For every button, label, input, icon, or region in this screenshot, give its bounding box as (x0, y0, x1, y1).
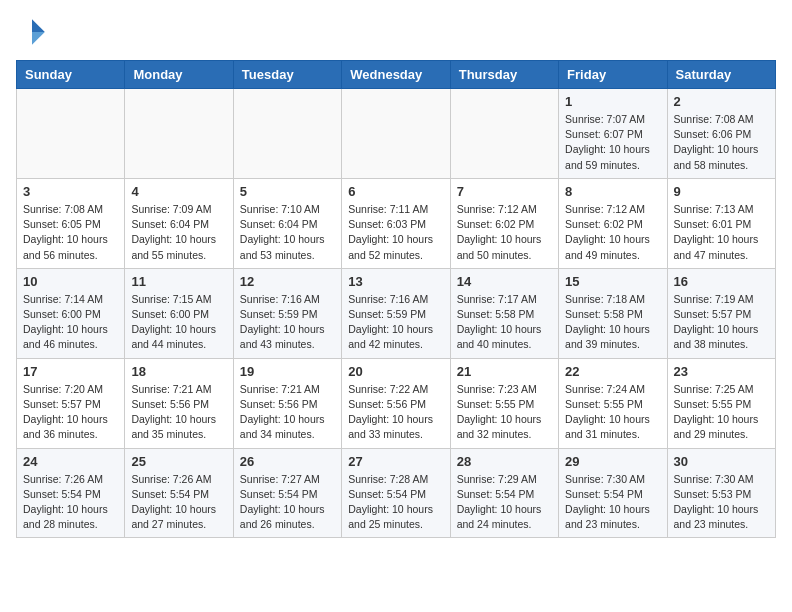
day-info: Sunrise: 7:16 AM Sunset: 5:59 PM Dayligh… (240, 292, 335, 353)
day-info: Sunrise: 7:08 AM Sunset: 6:05 PM Dayligh… (23, 202, 118, 263)
calendar-cell: 24Sunrise: 7:26 AM Sunset: 5:54 PM Dayli… (17, 448, 125, 538)
day-number: 25 (131, 454, 226, 469)
calendar-table: SundayMondayTuesdayWednesdayThursdayFrid… (16, 60, 776, 538)
weekday-header-sunday: Sunday (17, 61, 125, 89)
day-number: 16 (674, 274, 769, 289)
day-number: 4 (131, 184, 226, 199)
calendar-cell: 11Sunrise: 7:15 AM Sunset: 6:00 PM Dayli… (125, 268, 233, 358)
logo-icon (16, 16, 48, 48)
day-number: 28 (457, 454, 552, 469)
weekday-header-monday: Monday (125, 61, 233, 89)
calendar-cell: 9Sunrise: 7:13 AM Sunset: 6:01 PM Daylig… (667, 178, 775, 268)
svg-marker-1 (32, 32, 45, 45)
calendar-week-row: 17Sunrise: 7:20 AM Sunset: 5:57 PM Dayli… (17, 358, 776, 448)
day-number: 22 (565, 364, 660, 379)
calendar-cell: 23Sunrise: 7:25 AM Sunset: 5:55 PM Dayli… (667, 358, 775, 448)
calendar-cell (17, 89, 125, 179)
day-number: 11 (131, 274, 226, 289)
calendar-week-row: 3Sunrise: 7:08 AM Sunset: 6:05 PM Daylig… (17, 178, 776, 268)
calendar-cell: 3Sunrise: 7:08 AM Sunset: 6:05 PM Daylig… (17, 178, 125, 268)
calendar-cell: 4Sunrise: 7:09 AM Sunset: 6:04 PM Daylig… (125, 178, 233, 268)
calendar-cell (125, 89, 233, 179)
calendar-cell: 22Sunrise: 7:24 AM Sunset: 5:55 PM Dayli… (559, 358, 667, 448)
day-info: Sunrise: 7:24 AM Sunset: 5:55 PM Dayligh… (565, 382, 660, 443)
day-info: Sunrise: 7:11 AM Sunset: 6:03 PM Dayligh… (348, 202, 443, 263)
day-info: Sunrise: 7:13 AM Sunset: 6:01 PM Dayligh… (674, 202, 769, 263)
day-info: Sunrise: 7:27 AM Sunset: 5:54 PM Dayligh… (240, 472, 335, 533)
calendar-cell: 20Sunrise: 7:22 AM Sunset: 5:56 PM Dayli… (342, 358, 450, 448)
day-number: 20 (348, 364, 443, 379)
calendar-cell: 2Sunrise: 7:08 AM Sunset: 6:06 PM Daylig… (667, 89, 775, 179)
calendar-cell: 8Sunrise: 7:12 AM Sunset: 6:02 PM Daylig… (559, 178, 667, 268)
day-number: 5 (240, 184, 335, 199)
calendar-cell: 15Sunrise: 7:18 AM Sunset: 5:58 PM Dayli… (559, 268, 667, 358)
calendar-cell: 5Sunrise: 7:10 AM Sunset: 6:04 PM Daylig… (233, 178, 341, 268)
day-number: 13 (348, 274, 443, 289)
calendar-cell: 7Sunrise: 7:12 AM Sunset: 6:02 PM Daylig… (450, 178, 558, 268)
weekday-header-wednesday: Wednesday (342, 61, 450, 89)
calendar-cell: 17Sunrise: 7:20 AM Sunset: 5:57 PM Dayli… (17, 358, 125, 448)
day-info: Sunrise: 7:09 AM Sunset: 6:04 PM Dayligh… (131, 202, 226, 263)
calendar-cell: 29Sunrise: 7:30 AM Sunset: 5:54 PM Dayli… (559, 448, 667, 538)
day-info: Sunrise: 7:19 AM Sunset: 5:57 PM Dayligh… (674, 292, 769, 353)
weekday-header-tuesday: Tuesday (233, 61, 341, 89)
day-info: Sunrise: 7:23 AM Sunset: 5:55 PM Dayligh… (457, 382, 552, 443)
day-info: Sunrise: 7:10 AM Sunset: 6:04 PM Dayligh… (240, 202, 335, 263)
calendar-cell: 1Sunrise: 7:07 AM Sunset: 6:07 PM Daylig… (559, 89, 667, 179)
day-info: Sunrise: 7:18 AM Sunset: 5:58 PM Dayligh… (565, 292, 660, 353)
calendar-cell: 19Sunrise: 7:21 AM Sunset: 5:56 PM Dayli… (233, 358, 341, 448)
weekday-header-friday: Friday (559, 61, 667, 89)
day-info: Sunrise: 7:29 AM Sunset: 5:54 PM Dayligh… (457, 472, 552, 533)
day-info: Sunrise: 7:26 AM Sunset: 5:54 PM Dayligh… (23, 472, 118, 533)
calendar-cell: 25Sunrise: 7:26 AM Sunset: 5:54 PM Dayli… (125, 448, 233, 538)
calendar-week-row: 1Sunrise: 7:07 AM Sunset: 6:07 PM Daylig… (17, 89, 776, 179)
calendar-week-row: 10Sunrise: 7:14 AM Sunset: 6:00 PM Dayli… (17, 268, 776, 358)
day-number: 12 (240, 274, 335, 289)
day-info: Sunrise: 7:07 AM Sunset: 6:07 PM Dayligh… (565, 112, 660, 173)
day-number: 24 (23, 454, 118, 469)
day-number: 2 (674, 94, 769, 109)
calendar-cell: 13Sunrise: 7:16 AM Sunset: 5:59 PM Dayli… (342, 268, 450, 358)
calendar-cell (342, 89, 450, 179)
day-info: Sunrise: 7:15 AM Sunset: 6:00 PM Dayligh… (131, 292, 226, 353)
day-number: 10 (23, 274, 118, 289)
day-info: Sunrise: 7:14 AM Sunset: 6:00 PM Dayligh… (23, 292, 118, 353)
day-number: 15 (565, 274, 660, 289)
day-number: 19 (240, 364, 335, 379)
calendar-cell: 21Sunrise: 7:23 AM Sunset: 5:55 PM Dayli… (450, 358, 558, 448)
day-number: 30 (674, 454, 769, 469)
day-info: Sunrise: 7:12 AM Sunset: 6:02 PM Dayligh… (565, 202, 660, 263)
day-number: 27 (348, 454, 443, 469)
day-number: 9 (674, 184, 769, 199)
calendar-cell: 18Sunrise: 7:21 AM Sunset: 5:56 PM Dayli… (125, 358, 233, 448)
day-number: 14 (457, 274, 552, 289)
weekday-header-row: SundayMondayTuesdayWednesdayThursdayFrid… (17, 61, 776, 89)
day-info: Sunrise: 7:30 AM Sunset: 5:53 PM Dayligh… (674, 472, 769, 533)
day-number: 26 (240, 454, 335, 469)
calendar-cell: 10Sunrise: 7:14 AM Sunset: 6:00 PM Dayli… (17, 268, 125, 358)
day-info: Sunrise: 7:21 AM Sunset: 5:56 PM Dayligh… (240, 382, 335, 443)
day-number: 23 (674, 364, 769, 379)
calendar-cell (450, 89, 558, 179)
day-info: Sunrise: 7:22 AM Sunset: 5:56 PM Dayligh… (348, 382, 443, 443)
calendar-cell: 28Sunrise: 7:29 AM Sunset: 5:54 PM Dayli… (450, 448, 558, 538)
day-info: Sunrise: 7:20 AM Sunset: 5:57 PM Dayligh… (23, 382, 118, 443)
day-number: 17 (23, 364, 118, 379)
day-info: Sunrise: 7:26 AM Sunset: 5:54 PM Dayligh… (131, 472, 226, 533)
day-info: Sunrise: 7:28 AM Sunset: 5:54 PM Dayligh… (348, 472, 443, 533)
day-info: Sunrise: 7:12 AM Sunset: 6:02 PM Dayligh… (457, 202, 552, 263)
day-number: 7 (457, 184, 552, 199)
calendar-cell: 6Sunrise: 7:11 AM Sunset: 6:03 PM Daylig… (342, 178, 450, 268)
day-number: 3 (23, 184, 118, 199)
calendar-week-row: 24Sunrise: 7:26 AM Sunset: 5:54 PM Dayli… (17, 448, 776, 538)
calendar-cell: 27Sunrise: 7:28 AM Sunset: 5:54 PM Dayli… (342, 448, 450, 538)
calendar-cell: 16Sunrise: 7:19 AM Sunset: 5:57 PM Dayli… (667, 268, 775, 358)
calendar-cell (233, 89, 341, 179)
calendar-cell: 30Sunrise: 7:30 AM Sunset: 5:53 PM Dayli… (667, 448, 775, 538)
weekday-header-saturday: Saturday (667, 61, 775, 89)
day-number: 18 (131, 364, 226, 379)
calendar-cell: 12Sunrise: 7:16 AM Sunset: 5:59 PM Dayli… (233, 268, 341, 358)
svg-marker-0 (32, 19, 45, 32)
day-info: Sunrise: 7:25 AM Sunset: 5:55 PM Dayligh… (674, 382, 769, 443)
day-info: Sunrise: 7:17 AM Sunset: 5:58 PM Dayligh… (457, 292, 552, 353)
